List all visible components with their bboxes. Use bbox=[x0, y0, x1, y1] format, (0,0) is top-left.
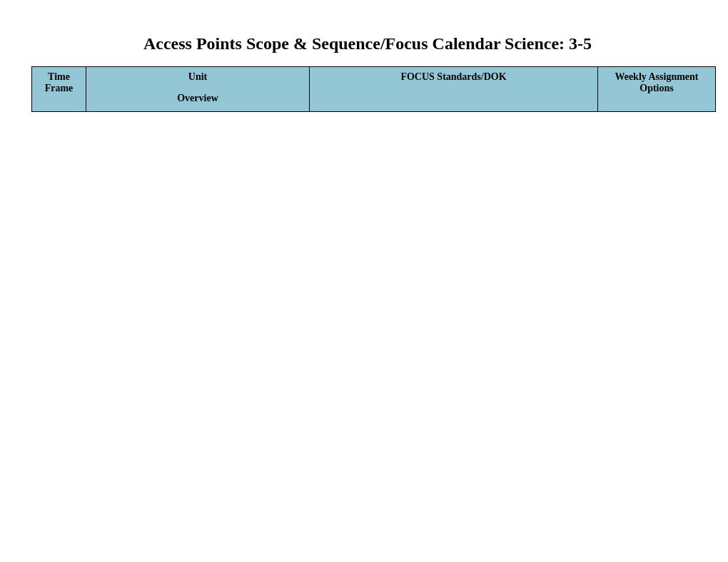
col-header-time-line2: Frame bbox=[35, 83, 83, 94]
col-header-time-line1: Time bbox=[35, 71, 83, 83]
col-header-weekly-assignment: Weekly Assignment Options bbox=[598, 67, 716, 112]
col-header-unit-line2: Overview bbox=[89, 93, 306, 104]
col-header-focus-standards: FOCUS Standards/DOK bbox=[310, 67, 598, 112]
col-header-time-frame: Time Frame bbox=[32, 67, 86, 112]
col-header-weekly-line1: Weekly Assignment bbox=[601, 71, 712, 83]
col-header-unit-spacer bbox=[89, 83, 306, 93]
col-header-unit-overview: Unit Overview bbox=[86, 67, 310, 112]
col-header-unit-line1: Unit bbox=[89, 71, 306, 83]
col-header-weekly-line2: Options bbox=[601, 83, 712, 94]
scope-sequence-table: Time Frame Unit Overview FOCUS Standards… bbox=[31, 66, 716, 112]
col-header-focus-text: FOCUS Standards/DOK bbox=[400, 71, 506, 82]
table-header-row: Time Frame Unit Overview FOCUS Standards… bbox=[32, 67, 716, 112]
page-title: Access Points Scope & Sequence/Focus Cal… bbox=[31, 34, 704, 53]
